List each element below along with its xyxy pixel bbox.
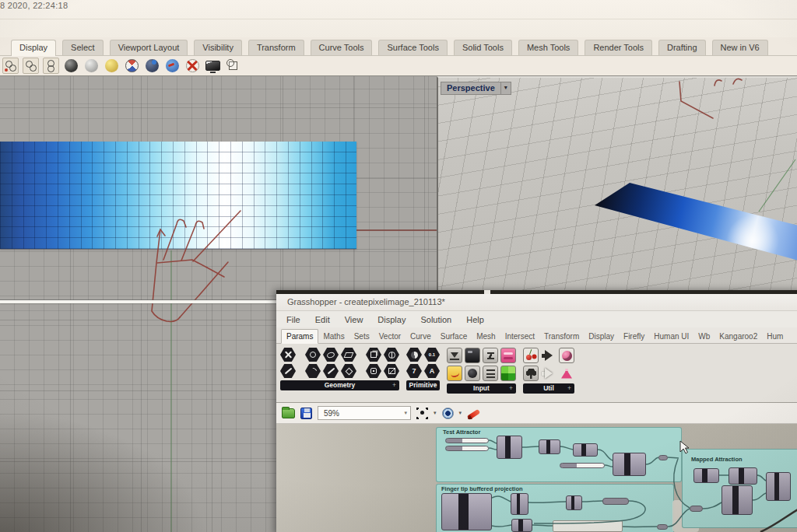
number-slider[interactable] bbox=[560, 463, 605, 468]
viewport-title[interactable]: Perspective bbox=[441, 82, 501, 95]
rhino-tab-transform[interactable]: Transform bbox=[248, 40, 304, 55]
rhino-tab-surface-tools[interactable]: Surface Tools bbox=[378, 40, 447, 55]
rhino-tab-curve-tools[interactable]: Curve Tools bbox=[311, 40, 373, 55]
gh-tab-kangaroo2[interactable]: Kangaroo2 bbox=[714, 330, 762, 343]
value-list-icon[interactable] bbox=[483, 348, 498, 363]
gh-tab-firefly[interactable]: Firefly bbox=[619, 330, 649, 343]
ghosted-display-icon[interactable] bbox=[144, 58, 160, 74]
curve-param-icon[interactable] bbox=[305, 364, 321, 378]
rhino-tab-new-in-v6[interactable]: New in V6 bbox=[712, 40, 768, 55]
gh-component[interactable] bbox=[497, 436, 522, 459]
cluster-icon[interactable] bbox=[559, 348, 574, 363]
preview-eye-icon[interactable] bbox=[442, 408, 454, 419]
item-list-icon[interactable] bbox=[483, 366, 498, 381]
gh-tab-intersect[interactable]: Intersect bbox=[500, 330, 539, 343]
surface-param-icon[interactable] bbox=[341, 364, 356, 378]
hide-display-icon[interactable] bbox=[184, 58, 201, 74]
gh-component[interactable] bbox=[766, 472, 791, 501]
data-input-icon[interactable] bbox=[541, 348, 556, 363]
gh-component[interactable] bbox=[511, 519, 532, 532]
grasshopper-titlebar[interactable]: Grasshopper - createpixelimage_210113* bbox=[276, 294, 797, 311]
grasshopper-canvas[interactable]: Test Attractor Finger tip buffered proje… bbox=[276, 424, 797, 532]
gh-component[interactable] bbox=[441, 493, 492, 530]
gh-tab-params[interactable]: Params bbox=[281, 329, 318, 344]
menu-solution[interactable]: Solution bbox=[420, 315, 451, 324]
rendered-display-icon[interactable] bbox=[63, 58, 79, 74]
menu-view[interactable]: View bbox=[345, 315, 363, 324]
number-slider[interactable] bbox=[445, 438, 489, 443]
preview-options-caret-icon[interactable]: ▾ bbox=[459, 410, 462, 416]
gh-component[interactable] bbox=[539, 439, 560, 454]
plane-param-icon[interactable] bbox=[341, 348, 356, 362]
linked-views-icon[interactable] bbox=[2, 58, 19, 74]
open-file-icon[interactable] bbox=[282, 408, 295, 418]
expand-icon[interactable]: + bbox=[433, 380, 437, 390]
gh-tab-transform[interactable]: Transform bbox=[539, 330, 584, 343]
palette-label-geometry[interactable]: Geometry + bbox=[280, 380, 399, 390]
box-param-icon[interactable] bbox=[366, 348, 381, 362]
gh-tab-sets[interactable]: Sets bbox=[349, 330, 374, 343]
zoom-extents-icon[interactable] bbox=[416, 408, 428, 419]
gh-tab-surface[interactable]: Surface bbox=[436, 330, 472, 343]
gh-component[interactable] bbox=[722, 485, 753, 515]
expand-icon[interactable]: + bbox=[567, 383, 571, 394]
button-icon[interactable] bbox=[465, 366, 480, 381]
rhino-tab-visibility[interactable]: Visibility bbox=[194, 40, 242, 55]
gh-component[interactable] bbox=[729, 467, 757, 485]
gh-tab-maths[interactable]: Maths bbox=[318, 330, 349, 343]
expand-icon[interactable]: + bbox=[392, 380, 396, 390]
fullscreen-display-icon[interactable] bbox=[205, 58, 221, 74]
gh-component[interactable] bbox=[566, 495, 582, 510]
gh-tab-display[interactable]: Display bbox=[584, 330, 619, 343]
gh-tab-human-ui[interactable]: Human UI bbox=[649, 330, 693, 343]
rhino-tab-solid-tools[interactable]: Solid Tools bbox=[454, 40, 512, 55]
gh-component[interactable] bbox=[613, 453, 646, 476]
viewport-stack-icon[interactable] bbox=[43, 58, 59, 74]
zoom-combo[interactable]: 59% ▾ bbox=[318, 406, 411, 420]
sketch-pen-icon[interactable] bbox=[467, 409, 481, 420]
raytraced-display-icon[interactable] bbox=[104, 58, 120, 74]
palette-label-primitive[interactable]: Primitive + bbox=[406, 380, 440, 390]
artistic-display-icon[interactable] bbox=[124, 58, 140, 74]
colour-swatch-icon[interactable] bbox=[500, 366, 516, 381]
data-output-icon[interactable] bbox=[541, 366, 556, 381]
rhino-tab-display[interactable]: Display bbox=[11, 40, 56, 56]
panel-icon[interactable] bbox=[465, 348, 480, 363]
menu-display[interactable]: Display bbox=[377, 315, 406, 324]
gh-component[interactable] bbox=[511, 493, 528, 515]
gh-tab-vector[interactable]: Vector bbox=[374, 330, 406, 343]
gh-tab-curve[interactable]: Curve bbox=[406, 330, 436, 343]
gh-component[interactable] bbox=[693, 468, 719, 483]
zoom-options-caret-icon[interactable]: ▾ bbox=[434, 410, 437, 416]
gh-tab-wb[interactable]: Wb bbox=[693, 330, 714, 343]
rhino-tab-drafting[interactable]: Drafting bbox=[658, 40, 706, 55]
integer-param-icon[interactable]: 7 bbox=[406, 364, 422, 378]
line-param-icon[interactable] bbox=[323, 364, 339, 378]
save-file-icon[interactable] bbox=[300, 408, 312, 419]
viewport-menu-caret-icon[interactable]: ▾ bbox=[501, 82, 511, 95]
gh-component[interactable] bbox=[573, 443, 598, 457]
shaded-display-icon[interactable] bbox=[83, 58, 100, 74]
output-param[interactable] bbox=[657, 524, 668, 530]
menu-file[interactable]: File bbox=[286, 315, 300, 324]
text-param-icon[interactable]: A bbox=[424, 364, 440, 378]
rhino-tab-render-tools[interactable]: Render Tools bbox=[585, 40, 652, 55]
input-param[interactable] bbox=[690, 506, 703, 512]
circle-param-icon[interactable] bbox=[305, 348, 321, 362]
number-param-icon[interactable]: 0.1 bbox=[424, 348, 440, 362]
trim-param-icon[interactable] bbox=[384, 364, 399, 378]
graph-mapper-icon[interactable] bbox=[447, 366, 462, 381]
xray-display-icon[interactable] bbox=[164, 58, 181, 74]
palette-label-util[interactable]: Util + bbox=[523, 383, 574, 394]
brep-param-icon[interactable] bbox=[366, 364, 381, 378]
menu-help[interactable]: Help bbox=[466, 315, 484, 324]
rhino-tab-mesh-tools[interactable]: Mesh Tools bbox=[518, 40, 578, 55]
galapagos-icon[interactable] bbox=[559, 366, 574, 381]
gh-tab-mesh[interactable]: Mesh bbox=[472, 330, 500, 343]
boolean-param-icon[interactable] bbox=[406, 348, 422, 362]
gh-tab-human[interactable]: Hum bbox=[762, 330, 788, 343]
mesh-param-icon[interactable] bbox=[384, 348, 399, 362]
data-tree-icon[interactable] bbox=[523, 366, 539, 381]
import-values-icon[interactable] bbox=[447, 348, 462, 363]
palette-label-input[interactable]: Input + bbox=[447, 383, 516, 394]
